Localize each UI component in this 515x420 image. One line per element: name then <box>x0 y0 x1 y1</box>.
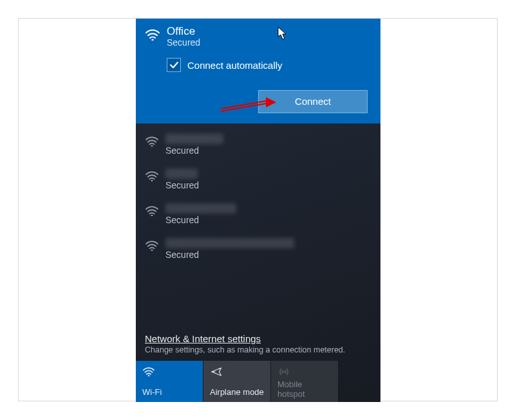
tile-airplane-mode[interactable]: Airplane mode <box>203 361 270 402</box>
network-name-redacted: . <box>165 169 198 179</box>
network-settings-subtitle: Change settings, such as making a connec… <box>145 345 371 354</box>
connect-automatically-label: Connect automatically <box>187 60 283 71</box>
connect-automatically-checkbox[interactable] <box>167 58 181 72</box>
selected-network-name: Office <box>167 25 200 38</box>
wifi-icon <box>145 28 160 41</box>
quick-action-tiles: Wi-Fi Airplane mode <box>136 361 380 402</box>
wifi-icon <box>145 239 159 251</box>
network-settings-link[interactable]: Network & Internet settings <box>145 333 371 344</box>
tile-airplane-label: Airplane mode <box>210 387 264 397</box>
svg-point-0 <box>151 39 153 41</box>
network-status: Secured <box>165 145 223 156</box>
svg-point-6 <box>151 215 153 216</box>
network-name-redacted: . <box>165 203 236 214</box>
network-status: Secured <box>165 180 199 190</box>
svg-point-5 <box>151 180 153 181</box>
tile-wifi[interactable]: Wi-Fi <box>136 361 203 402</box>
svg-point-9 <box>283 371 285 372</box>
wifi-icon <box>142 366 196 378</box>
available-networks-list: .Secured.Secured.Secured.Secured <box>136 123 380 328</box>
hotspot-icon <box>277 366 332 379</box>
network-item[interactable]: .Secured <box>136 162 380 197</box>
svg-point-8 <box>148 375 150 376</box>
selected-network-panel[interactable]: Office Secured Connect automatically Con… <box>136 19 380 123</box>
svg-point-4 <box>151 145 153 147</box>
wifi-icon <box>145 205 159 216</box>
airplane-icon <box>210 366 264 379</box>
checkmark-icon <box>169 60 179 70</box>
network-item[interactable]: .Secured <box>136 232 380 266</box>
network-name-redacted: . <box>165 238 294 248</box>
wifi-icon <box>145 170 159 181</box>
tile-hotspot-label: Mobile hotspot <box>277 379 332 399</box>
svg-point-7 <box>151 250 153 251</box>
network-status: Secured <box>165 250 294 260</box>
network-name-redacted: . <box>165 134 223 144</box>
screenshot-frame: Office Secured Connect automatically Con… <box>18 18 498 401</box>
network-settings-section: Network & Internet settings Change setti… <box>136 328 380 361</box>
network-item[interactable]: .Secured <box>136 127 380 162</box>
network-item[interactable]: .Secured <box>136 197 380 232</box>
tile-mobile-hotspot[interactable]: Mobile hotspot <box>271 361 338 402</box>
tile-wifi-label: Wi-Fi <box>142 387 196 397</box>
connect-button[interactable]: Connect <box>258 90 368 113</box>
connect-automatically-row[interactable]: Connect automatically <box>167 58 371 72</box>
network-status: Secured <box>165 215 236 225</box>
network-flyout: Office Secured Connect automatically Con… <box>136 19 380 402</box>
selected-network-status: Secured <box>167 37 200 48</box>
wifi-icon <box>145 135 159 147</box>
